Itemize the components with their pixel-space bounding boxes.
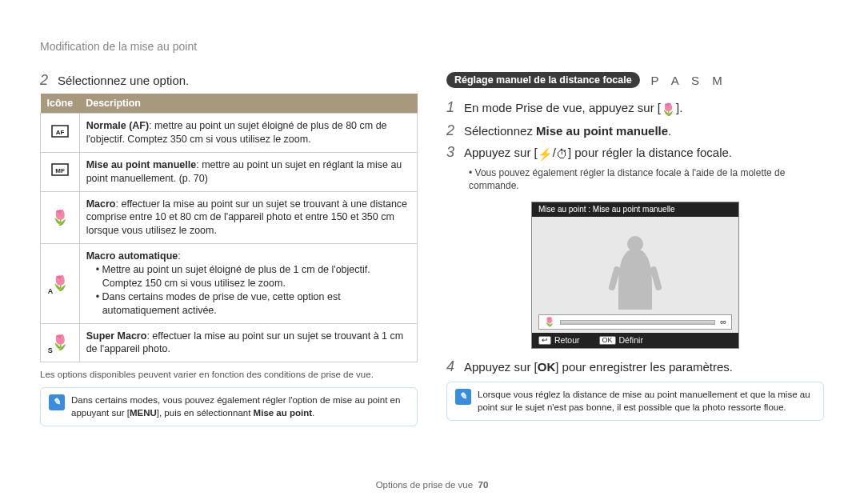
- flower-icon: 🌷: [661, 101, 676, 118]
- step-2: 2 Sélectionnez une option.: [40, 72, 418, 89]
- table-row: 🌷A Macro automatique: • Mettre au point …: [41, 244, 418, 323]
- back-label: Retour: [554, 336, 580, 345]
- preview-footer: ↩Retour OKDéfinir: [532, 333, 738, 348]
- preview-body: [532, 217, 738, 311]
- flash-icon: ⚡: [538, 146, 553, 162]
- info-icon: ✎: [455, 389, 471, 405]
- svg-text:AF: AF: [55, 129, 64, 136]
- screen-preview: Mise au point : Mise au point manuelle 🌷…: [531, 202, 739, 349]
- row3-text: : effectuer la mise au point sur un suje…: [86, 198, 407, 237]
- af-icon: AF: [41, 114, 80, 153]
- step-2-right: 2 Sélectionnez Mise au point manuelle.: [446, 122, 824, 139]
- step3-note: • Vous pouvez également régler la distan…: [469, 167, 824, 192]
- super-macro-icon: 🌷S: [41, 323, 80, 362]
- step-4-right: 4 Appuyez sur [OK] pour enregistrer les …: [446, 358, 824, 375]
- table-row: 🌷S Super Macro: effectuer la mise au poi…: [41, 323, 418, 362]
- mf-icon: MF: [41, 152, 80, 191]
- macro-icon: 🌷: [41, 191, 80, 244]
- row4-colon: :: [178, 250, 180, 262]
- row3-title: Macro: [86, 198, 116, 210]
- availability-note: Les options disponibles peuvent varier e…: [40, 369, 418, 381]
- row5-title: Super Macro: [86, 330, 147, 342]
- tip-text-right: Lorsque vous réglez la distance de mise …: [478, 389, 815, 414]
- step-3-right: 3 Appuyez sur [⚡/⏱] pour régler la dista…: [446, 144, 824, 162]
- slider-bar: [560, 320, 715, 325]
- ok-key-icon: OK: [599, 336, 616, 345]
- timer-icon: ⏱: [556, 146, 568, 162]
- row2-title: Mise au point manuelle: [86, 159, 197, 170]
- preview-title: Mise au point : Mise au point manuelle: [532, 202, 738, 217]
- slider-left-icon: 🌷: [544, 318, 555, 326]
- slider-right-icon: ∞: [720, 318, 726, 326]
- row4-bullet1: • Mettre au point un sujet éloigné de pl…: [96, 263, 410, 290]
- ok-label: Définir: [619, 336, 643, 345]
- table-row: 🌷 Macro: effectuer la mise au point sur …: [41, 191, 418, 244]
- step-1-right: 1 En mode Prise de vue, appuyez sur [🌷].: [446, 99, 824, 118]
- tip-box-left: ✎ Dans certains modes, vous pouvez égale…: [40, 387, 418, 426]
- right-column: Réglage manuel de la distance focale P A…: [446, 72, 824, 426]
- row4-title: Macro automatique: [86, 250, 178, 262]
- table-row: MF Mise au point manuelle: mettre au poi…: [41, 152, 418, 191]
- mode-letters: P A S M: [651, 74, 727, 87]
- focus-options-table: Icône Description AF Normale (AF): mettr…: [40, 94, 418, 362]
- page-footer: Options de prise de vue 70: [0, 480, 864, 490]
- row4-bullet2: • Dans certains modes de prise de vue, c…: [96, 290, 410, 318]
- person-silhouette-icon: [607, 230, 663, 310]
- auto-macro-icon: 🌷A: [41, 244, 80, 323]
- left-column: 2 Sélectionnez une option. Icône Descrip…: [40, 72, 418, 426]
- step-number: 2: [40, 72, 58, 89]
- step-text: Sélectionnez une option.: [58, 72, 418, 89]
- tip-box-right: ✎ Lorsque vous réglez la distance de mis…: [446, 382, 824, 421]
- row1-title: Normale (AF): [86, 120, 149, 131]
- th-icon: Icône: [41, 94, 80, 114]
- info-icon: ✎: [49, 394, 65, 410]
- svg-text:MF: MF: [55, 167, 65, 174]
- table-row: AF Normale (AF): mettre au point un suje…: [41, 114, 418, 153]
- breadcrumb: Modification de la mise au point: [40, 40, 824, 53]
- distance-slider: 🌷 ∞: [538, 314, 732, 330]
- th-description: Description: [79, 94, 417, 114]
- section-pill: Réglage manuel de la distance focale: [446, 72, 640, 88]
- tip-text: Dans certains modes, vous pouvez égaleme…: [71, 394, 409, 419]
- back-key-icon: ↩: [538, 336, 551, 345]
